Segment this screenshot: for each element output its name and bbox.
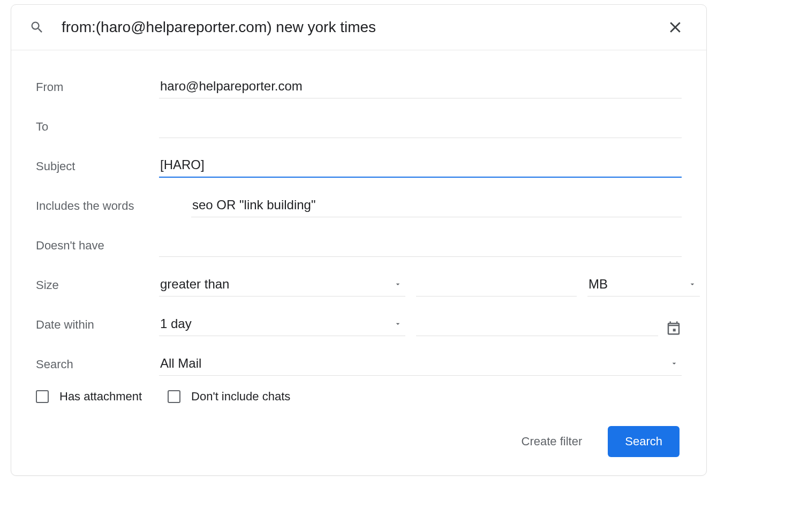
date-range-select[interactable]: 1 day <box>159 313 405 336</box>
clear-search-button[interactable] <box>662 14 688 40</box>
size-operator-value: greater than <box>160 277 229 292</box>
calendar-icon[interactable] <box>666 320 682 336</box>
search-icon <box>29 20 44 35</box>
size-value-input[interactable] <box>416 273 577 297</box>
has-attachment-checkbox[interactable]: Has attachment <box>36 390 142 404</box>
date-value-input[interactable] <box>416 318 658 336</box>
doesnt-have-input[interactable] <box>159 234 682 257</box>
date-within-label: Date within <box>36 318 148 336</box>
create-filter-button[interactable]: Create filter <box>517 428 587 455</box>
subject-label: Subject <box>36 159 148 178</box>
search-query-input[interactable] <box>62 19 645 36</box>
to-input[interactable] <box>159 115 682 138</box>
chevron-down-icon <box>394 280 402 288</box>
svg-rect-2 <box>673 329 676 331</box>
to-label: To <box>36 120 148 138</box>
advanced-search-form: From To Subject Includes the words Doesn <box>11 50 706 475</box>
search-scope-value: All Mail <box>160 356 201 371</box>
search-scope-select[interactable]: All Mail <box>159 353 682 376</box>
search-button[interactable]: Search <box>608 426 680 457</box>
checkbox-icon <box>168 390 180 403</box>
search-bar <box>11 5 706 50</box>
from-input[interactable] <box>159 75 682 98</box>
size-unit-select[interactable]: MB <box>587 273 700 297</box>
chevron-down-icon <box>394 320 402 328</box>
subject-input[interactable] <box>159 154 682 178</box>
chevron-down-icon <box>688 280 697 288</box>
has-attachment-label: Has attachment <box>59 390 142 404</box>
size-label: Size <box>36 278 148 297</box>
size-operator-select[interactable]: greater than <box>159 273 405 297</box>
excludes-label: Doesn't have <box>36 239 148 257</box>
date-range-value: 1 day <box>160 316 192 331</box>
exclude-chats-checkbox[interactable]: Don't include chats <box>168 390 290 404</box>
exclude-chats-label: Don't include chats <box>191 390 290 404</box>
includes-label: Includes the words <box>36 199 180 217</box>
search-filter-panel: From To Subject Includes the words Doesn <box>11 4 707 476</box>
chevron-down-icon <box>670 359 678 368</box>
includes-words-input[interactable] <box>191 194 682 217</box>
size-unit-value: MB <box>588 277 608 292</box>
checkbox-icon <box>36 390 49 403</box>
from-label: From <box>36 80 148 98</box>
search-in-label: Search <box>36 358 148 376</box>
